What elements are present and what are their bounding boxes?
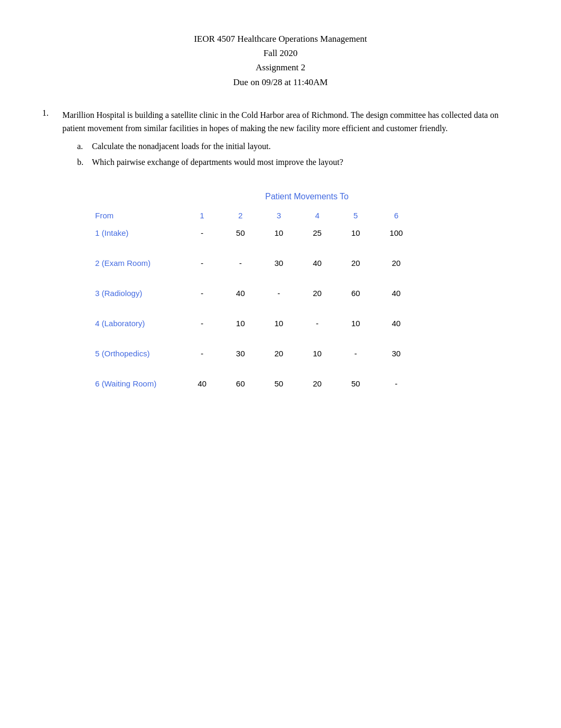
question-text: Marillion Hospital is building a satelli… [62, 108, 519, 135]
row-label-3: 3 (Radiology) [95, 283, 183, 303]
row-spacer [95, 243, 418, 253]
question-section: 1. Marillion Hospital is building a sate… [42, 108, 519, 171]
cell-4-5: 10 [336, 314, 375, 333]
col-header-2: 2 [221, 208, 260, 223]
cell-2-1: - [183, 253, 221, 273]
cell-5-1: - [183, 344, 221, 363]
header-line3: Assignment 2 [42, 60, 519, 75]
cell-3-5: 60 [336, 283, 375, 303]
row-spacer [95, 273, 418, 283]
cell-3-3: - [260, 283, 298, 303]
cell-1-6: 100 [375, 223, 418, 243]
cell-1-3: 10 [260, 223, 298, 243]
header-line4: Due on 09/28 at 11:40AM [42, 75, 519, 89]
cell-5-2: 30 [221, 344, 260, 363]
sub-item-a: a. Calculate the nonadjacent loads for t… [77, 140, 519, 153]
col-header-1: 1 [183, 208, 221, 223]
cell-5-5: - [336, 344, 375, 363]
sub-text-b: Which pairwise exchange of departments w… [92, 155, 343, 169]
cell-6-1: 40 [183, 374, 221, 393]
cell-2-3: 30 [260, 253, 298, 273]
table-row: 6 (Waiting Room)4060502050- [95, 374, 418, 393]
cell-6-3: 50 [260, 374, 298, 393]
row-label-2: 2 (Exam Room) [95, 253, 183, 273]
movements-table: From 1 2 3 4 5 6 1 (Intake)-501025101002… [95, 208, 418, 393]
cell-1-4: 25 [298, 223, 336, 243]
cell-3-2: 40 [221, 283, 260, 303]
row-spacer [95, 333, 418, 344]
col-header-6: 6 [375, 208, 418, 223]
cell-2-2: - [221, 253, 260, 273]
cell-3-1: - [183, 283, 221, 303]
table-title: Patient Movements To [95, 192, 519, 201]
cell-5-3: 20 [260, 344, 298, 363]
cell-4-6: 40 [375, 314, 418, 333]
cell-6-6: - [375, 374, 418, 393]
from-label: From [95, 208, 183, 223]
col-header-4: 4 [298, 208, 336, 223]
question-1: 1. Marillion Hospital is building a sate… [42, 108, 519, 171]
table-row: 2 (Exam Room)--30402020 [95, 253, 418, 273]
cell-2-6: 20 [375, 253, 418, 273]
cell-3-4: 20 [298, 283, 336, 303]
cell-2-5: 20 [336, 253, 375, 273]
table-row: 1 (Intake)-50102510100 [95, 223, 418, 243]
cell-1-5: 10 [336, 223, 375, 243]
sub-label-a: a. [77, 140, 88, 153]
cell-6-4: 20 [298, 374, 336, 393]
question-number: 1. [42, 108, 57, 171]
row-label-1: 1 (Intake) [95, 223, 183, 243]
cell-6-2: 60 [221, 374, 260, 393]
cell-1-2: 50 [221, 223, 260, 243]
header-line1: IEOR 4507 Healthcare Operations Manageme… [42, 32, 519, 46]
cell-5-4: 10 [298, 344, 336, 363]
col-header-3: 3 [260, 208, 298, 223]
col-header-5: 5 [336, 208, 375, 223]
cell-4-2: 10 [221, 314, 260, 333]
table-row: 4 (Laboratory)-1010-1040 [95, 314, 418, 333]
sub-label-b: b. [77, 155, 88, 169]
page-header: IEOR 4507 Healthcare Operations Manageme… [42, 32, 519, 89]
cell-3-6: 40 [375, 283, 418, 303]
table-section: Patient Movements To From 1 2 3 4 5 6 1 … [95, 192, 519, 393]
sub-items: a. Calculate the nonadjacent loads for t… [77, 140, 519, 169]
question-body: Marillion Hospital is building a satelli… [62, 108, 519, 171]
row-spacer [95, 363, 418, 374]
cell-1-1: - [183, 223, 221, 243]
table-row: 3 (Radiology)-40-206040 [95, 283, 418, 303]
row-label-4: 4 (Laboratory) [95, 314, 183, 333]
row-label-5: 5 (Orthopedics) [95, 344, 183, 363]
cell-4-3: 10 [260, 314, 298, 333]
row-label-6: 6 (Waiting Room) [95, 374, 183, 393]
cell-5-6: 30 [375, 344, 418, 363]
row-spacer [95, 303, 418, 314]
sub-text-a: Calculate the nonadjacent loads for the … [92, 140, 271, 153]
table-row: 5 (Orthopedics)-302010-30 [95, 344, 418, 363]
table-header-row: From 1 2 3 4 5 6 [95, 208, 418, 223]
cell-2-4: 40 [298, 253, 336, 273]
sub-item-b: b. Which pairwise exchange of department… [77, 155, 519, 169]
header-line2: Fall 2020 [42, 46, 519, 60]
cell-4-4: - [298, 314, 336, 333]
cell-6-5: 50 [336, 374, 375, 393]
cell-4-1: - [183, 314, 221, 333]
